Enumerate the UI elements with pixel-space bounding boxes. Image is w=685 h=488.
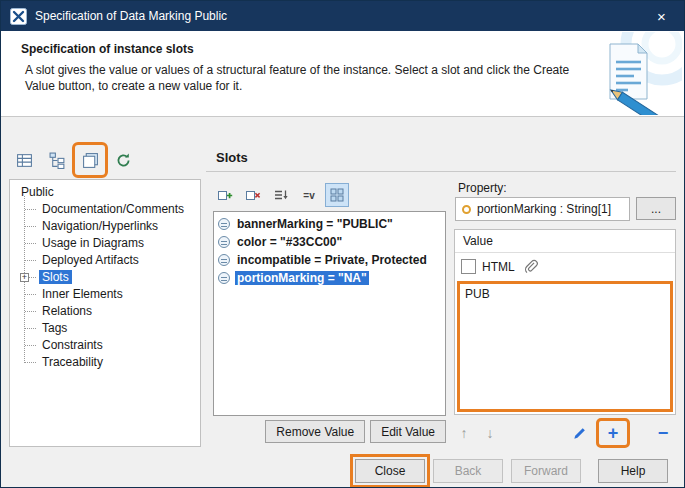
create-value-icon[interactable]	[213, 183, 237, 207]
slot-icon	[218, 254, 230, 266]
header-description: A slot gives the value or values of a st…	[25, 62, 569, 94]
slot-icon	[218, 218, 230, 230]
html-option-row: HTML	[455, 253, 675, 280]
view-toolbar	[11, 147, 136, 173]
tree-item-deployed-artifacts[interactable]: Deployed Artifacts	[24, 252, 200, 269]
tree-item-documentation[interactable]: Documentation/Comments	[24, 201, 200, 218]
header-description-line1: A slot gives the value or values of a st…	[25, 62, 569, 78]
edit-pencil-icon[interactable]	[566, 422, 592, 444]
tree-item-navigation[interactable]: Navigation/Hyperlinks	[24, 218, 200, 235]
tree-item-usage-in-diagrams[interactable]: Usage in Diagrams	[24, 235, 200, 252]
window-title: Specification of Data Marking Public	[35, 9, 227, 23]
app-icon	[10, 8, 27, 25]
html-checkbox-label: HTML	[482, 260, 515, 274]
specification-dialog: Specification of Data Marking Public × S…	[0, 0, 685, 488]
tree-view-icon[interactable]	[44, 147, 70, 173]
help-button[interactable]: Help	[598, 459, 668, 483]
delete-value-icon[interactable]	[241, 183, 265, 207]
move-down-icon[interactable]: ↓	[477, 422, 503, 444]
add-value-icon[interactable]: +	[600, 422, 626, 444]
value-action-row: ↑ ↓ + −	[451, 421, 676, 445]
remove-value-button[interactable]: Remove Value	[265, 420, 365, 443]
slot-icon	[218, 272, 230, 284]
dialog-header: Specification of instance slots A slot g…	[1, 31, 684, 117]
header-description-line2: Value button, to create a new value for …	[25, 78, 569, 94]
edit-value-button[interactable]: Edit Value	[370, 420, 446, 443]
tree-item-public[interactable]: Public	[14, 184, 200, 201]
specification-tree: Public Documentation/Comments Navigation…	[9, 179, 201, 447]
tree-children: Documentation/Comments Navigation/Hyperl…	[24, 201, 200, 371]
property-row: portionMarking : String[1] ...	[455, 197, 676, 221]
forward-button[interactable]: Forward	[511, 459, 581, 483]
paperclip-icon[interactable]	[521, 257, 541, 277]
list-item[interactable]: color = "#33CC00"	[214, 233, 445, 251]
back-button[interactable]: Back	[433, 459, 503, 483]
expander-icon[interactable]: +	[20, 273, 29, 282]
section-title: Slots	[216, 150, 248, 165]
value-panel-header: Value	[455, 230, 675, 253]
show-equals-icon[interactable]: =v	[297, 183, 321, 207]
property-label: Property:	[458, 181, 507, 195]
value-panel: Value HTML PUB	[454, 229, 676, 415]
header-title: Specification of instance slots	[21, 42, 194, 56]
grid-view-icon[interactable]	[325, 183, 349, 207]
tree-item-traceability[interactable]: Traceability	[24, 354, 200, 371]
tree-item-relations[interactable]: Relations	[24, 303, 200, 320]
slot-value-list[interactable]: bannerMarking = "PUBLIC" color = "#33CC0…	[213, 211, 446, 416]
tree-item-inner-elements[interactable]: Inner Elements	[24, 286, 200, 303]
tree-item-constraints[interactable]: Constraints	[24, 337, 200, 354]
close-button[interactable]: Close	[355, 459, 425, 483]
tree-item-tags[interactable]: Tags	[24, 320, 200, 337]
list-item[interactable]: incompatible = Private, Protected	[214, 251, 445, 269]
refresh-icon[interactable]	[110, 147, 136, 173]
list-button-row: Remove Value Edit Value	[213, 420, 446, 443]
slots-toolbar: =v	[213, 183, 349, 207]
section-divider	[206, 171, 676, 172]
panels-view-icon[interactable]	[77, 147, 103, 173]
slot-icon	[218, 236, 230, 248]
tree-item-slots[interactable]: + Slots	[24, 269, 200, 286]
value-text-area[interactable]: PUB	[457, 281, 673, 412]
document-pencil-illustration	[574, 32, 682, 115]
titlebar: Specification of Data Marking Public ×	[1, 1, 684, 31]
property-icon	[462, 205, 471, 214]
property-display: portionMarking : String[1]	[455, 197, 630, 221]
remove-value-icon[interactable]: −	[650, 422, 676, 444]
list-item-selected[interactable]: portionMarking = "NA"	[214, 269, 445, 287]
table-view-icon[interactable]	[11, 147, 37, 173]
close-icon[interactable]: ×	[639, 1, 684, 31]
list-item[interactable]: bannerMarking = "PUBLIC"	[214, 215, 445, 233]
property-value: portionMarking : String[1]	[477, 202, 611, 216]
order-values-icon[interactable]	[269, 183, 293, 207]
html-checkbox[interactable]	[461, 259, 476, 274]
property-browse-button[interactable]: ...	[636, 197, 676, 220]
move-up-icon[interactable]: ↑	[451, 422, 477, 444]
